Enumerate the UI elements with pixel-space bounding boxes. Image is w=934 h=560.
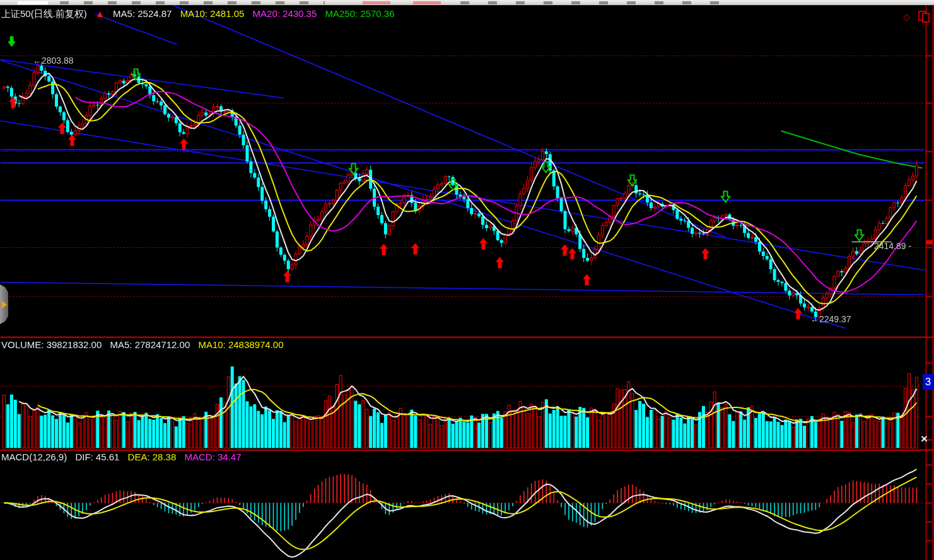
volume-value: VOLUME: 39821832.00 [1,339,102,350]
ma250-value: MA250: 2570.36 [325,8,394,19]
macd-header: MACD(12,26,9) DIF: 45.61 DEA: 28.38 MACD… [1,452,247,462]
high-price-label: ←2803.88 [33,55,74,66]
ma10-value: MA10: 2481.05 [180,8,245,19]
toolbar-fragment [18,1,48,4]
toolbar-fragment [60,1,325,4]
hline-price-tag: 2414.89 - [874,241,911,251]
macd-value: MACD: 34.47 [184,452,241,462]
main-chart-header: 上证50(日线.前复权) ▲ MA5: 2524.87 MA10: 2481.0… [1,8,400,20]
symbol-title: 上证50(日线.前复权) [1,8,87,19]
panel-close-icon[interactable]: × [921,432,928,446]
scale-badge[interactable]: 3 [923,374,933,390]
low-price-label: ←2249.37 [810,314,851,324]
ma20-value: MA20: 2430.35 [253,8,317,19]
vol-ma5-value: MA5: 27824712.00 [110,339,190,350]
frame-front [922,13,930,23]
up-arrow-icon: ▲ [95,8,105,19]
toolbar-fragment-red [363,1,390,4]
ma5-value: MA5: 2524.87 [113,8,172,19]
chart-canvas[interactable] [0,0,934,560]
toolbar-fragment-red [413,1,441,4]
volume-header: VOLUME: 39821832.00 MA5: 27824712.00 MA1… [1,339,289,350]
vol-ma10-value: MA10: 24838974.00 [198,339,283,350]
diamond-icon[interactable]: ◇ [903,11,911,23]
dif-value: DIF: 45.61 [75,452,119,462]
dea-value: DEA: 28.38 [128,452,177,462]
left-panel-expander[interactable] [0,284,8,324]
expander-arrow-icon [2,301,7,308]
toolbar-fragment [460,1,725,4]
trading-terminal: 上证50(日线.前复权) ▲ MA5: 2524.87 MA10: 2481.0… [0,0,934,560]
windows-icon[interactable] [918,11,930,22]
macd-name: MACD(12,26,9) [1,452,67,462]
